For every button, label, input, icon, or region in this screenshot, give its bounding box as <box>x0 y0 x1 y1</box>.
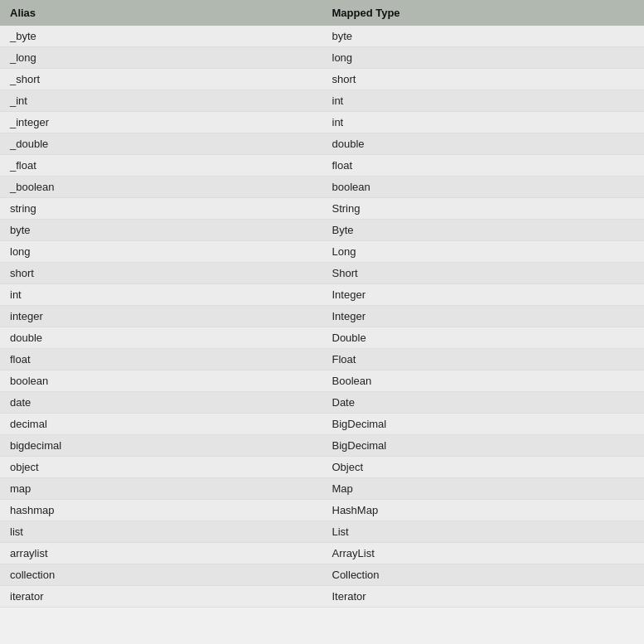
table-row: iteratorIterator <box>0 586 644 608</box>
table-row: _intint <box>0 90 644 112</box>
alias-cell: arraylist <box>0 543 322 564</box>
alias-cell: boolean <box>0 370 322 392</box>
mapped-type-cell: Integer <box>322 306 645 327</box>
alias-cell: object <box>0 457 322 478</box>
type-alias-table: Alias Mapped Type _bytebyte_longlong_sho… <box>0 0 644 608</box>
table-row: listList <box>0 521 644 543</box>
mapped-type-cell: ArrayList <box>322 543 645 564</box>
mapped-type-cell: Double <box>322 327 645 349</box>
table-row: _booleanboolean <box>0 177 644 198</box>
table-row: longLong <box>0 241 644 263</box>
mapped-type-cell: Long <box>322 241 645 263</box>
mapped-type-cell: String <box>322 198 645 220</box>
table-row: arraylistArrayList <box>0 543 644 564</box>
table-row: objectObject <box>0 457 644 478</box>
mapped-type-cell: Collection <box>322 564 645 586</box>
alias-cell: _int <box>0 90 322 112</box>
table-row: hashmapHashMap <box>0 500 644 521</box>
mapped-type-cell: HashMap <box>322 500 645 521</box>
table-row: _bytebyte <box>0 26 644 47</box>
mapped-type-cell: float <box>322 155 645 177</box>
alias-cell: _long <box>0 47 322 69</box>
table-row: dateDate <box>0 392 644 414</box>
mapped-type-cell: int <box>322 112 645 133</box>
alias-cell: _byte <box>0 26 322 47</box>
mapped-type-cell: Object <box>322 457 645 478</box>
mapped-type-cell: double <box>322 133 645 155</box>
alias-cell: _short <box>0 69 322 90</box>
table-row: intInteger <box>0 284 644 306</box>
table-header-row: Alias Mapped Type <box>0 0 644 26</box>
mapped-type-cell: List <box>322 521 645 543</box>
mapped-type-cell: int <box>322 90 645 112</box>
alias-cell: string <box>0 198 322 220</box>
mapped-type-cell: Short <box>322 263 645 284</box>
alias-cell: integer <box>0 306 322 327</box>
alias-cell: hashmap <box>0 500 322 521</box>
alias-cell: _integer <box>0 112 322 133</box>
alias-cell: collection <box>0 564 322 586</box>
table-row: _floatfloat <box>0 155 644 177</box>
table-row: integerInteger <box>0 306 644 327</box>
table-row: collectionCollection <box>0 564 644 586</box>
table-row: _shortshort <box>0 69 644 90</box>
alias-cell: _float <box>0 155 322 177</box>
mapped-type-cell: Date <box>322 392 645 414</box>
alias-cell: bigdecimal <box>0 435 322 457</box>
alias-cell: _boolean <box>0 177 322 198</box>
alias-cell: date <box>0 392 322 414</box>
table-row: stringString <box>0 198 644 220</box>
table-row: decimalBigDecimal <box>0 414 644 435</box>
table-row: mapMap <box>0 478 644 500</box>
alias-cell: list <box>0 521 322 543</box>
table-row: doubleDouble <box>0 327 644 349</box>
mapped-type-cell: Byte <box>322 220 645 241</box>
mapped-type-cell: boolean <box>322 177 645 198</box>
mapped-type-cell: BigDecimal <box>322 435 645 457</box>
table-row: _integerint <box>0 112 644 133</box>
table-row: _doubledouble <box>0 133 644 155</box>
mapped-type-cell: byte <box>322 26 645 47</box>
alias-cell: long <box>0 241 322 263</box>
mapped-type-cell: Iterator <box>322 586 645 608</box>
alias-cell: byte <box>0 220 322 241</box>
mapped-type-cell: long <box>322 47 645 69</box>
alias-column-header: Alias <box>0 0 322 26</box>
alias-cell: _double <box>0 133 322 155</box>
alias-cell: decimal <box>0 414 322 435</box>
mapped-type-cell: Float <box>322 349 645 370</box>
table-row: booleanBoolean <box>0 370 644 392</box>
alias-cell: iterator <box>0 586 322 608</box>
alias-cell: map <box>0 478 322 500</box>
mapped-type-cell: short <box>322 69 645 90</box>
mapped-type-cell: BigDecimal <box>322 414 645 435</box>
table-row: shortShort <box>0 263 644 284</box>
mapped-type-column-header: Mapped Type <box>322 0 645 26</box>
mapped-type-cell: Integer <box>322 284 645 306</box>
mapped-type-cell: Boolean <box>322 370 645 392</box>
alias-cell: short <box>0 263 322 284</box>
table-row: _longlong <box>0 47 644 69</box>
alias-cell: double <box>0 327 322 349</box>
table-row: byteByte <box>0 220 644 241</box>
table-row: bigdecimalBigDecimal <box>0 435 644 457</box>
alias-cell: float <box>0 349 322 370</box>
mapped-type-cell: Map <box>322 478 645 500</box>
alias-cell: int <box>0 284 322 306</box>
table-row: floatFloat <box>0 349 644 370</box>
